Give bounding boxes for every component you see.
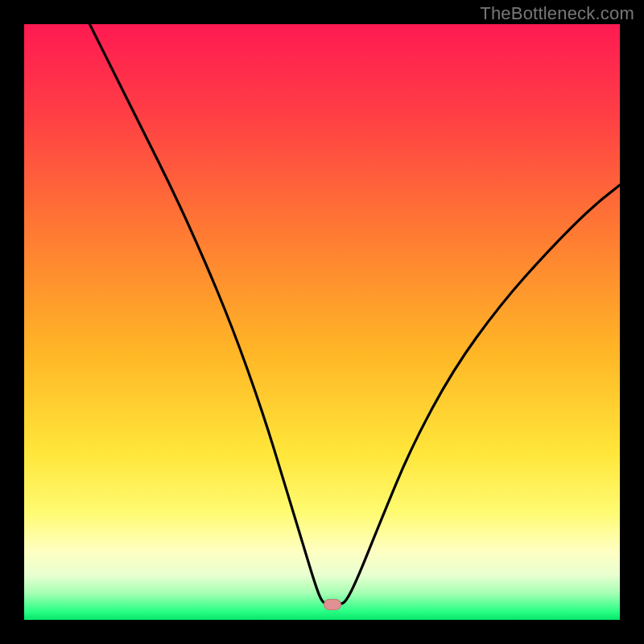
- optimum-marker: [324, 599, 341, 610]
- plot-area: [24, 24, 620, 620]
- chart-frame: TheBottleneck.com: [0, 0, 644, 644]
- watermark-text: TheBottleneck.com: [480, 3, 634, 24]
- bottleneck-curve: [24, 24, 620, 620]
